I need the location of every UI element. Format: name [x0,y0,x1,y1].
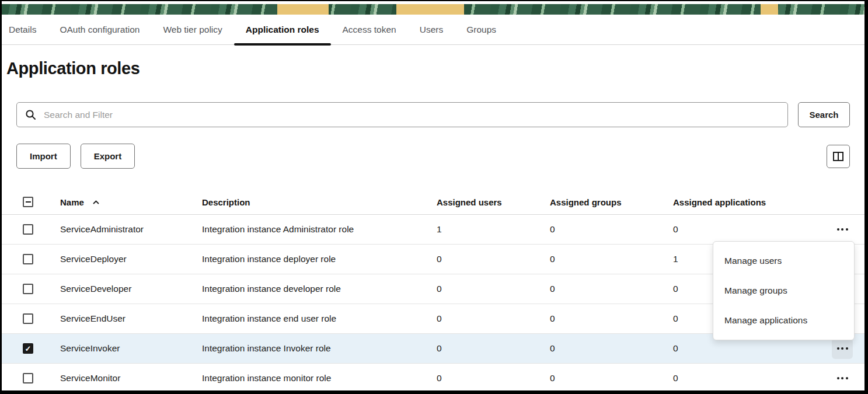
row-checkbox-checked[interactable]: ✓ [23,343,33,354]
import-button[interactable]: Import [16,144,71,169]
role-name: ServiceAdministrator [60,224,202,235]
menu-item-manage-applications[interactable]: Manage applications [713,306,854,335]
row-checkbox[interactable] [23,224,33,235]
role-name: ServiceDeveloper [60,284,202,294]
column-header-assigned-applications: Assigned applications [673,197,820,207]
tab-oauth-configuration[interactable]: OAuth configuration [48,25,151,44]
role-description: Integration instance Invoker role [202,343,437,354]
column-header-description: Description [202,197,437,207]
search-icon [25,109,37,121]
tab-details[interactable]: Details [8,25,48,44]
search-button[interactable]: Search [798,102,850,127]
assigned-users-count: 0 [437,343,550,354]
search-box [16,102,788,127]
assigned-groups-count: 0 [550,224,673,235]
assigned-applications-count: 0 [673,343,820,354]
table-header-row: Name Description Assigned users Assigned… [2,190,864,215]
tab-access-token[interactable]: Access token [331,25,408,44]
tab-groups[interactable]: Groups [455,25,508,44]
tab-users[interactable]: Users [408,25,455,44]
search-section: Search [2,102,864,127]
select-all-checkbox[interactable] [23,197,33,207]
role-description: Integration instance developer role [202,284,437,294]
sort-ascending-icon [92,200,100,205]
assigned-users-count: 0 [437,373,550,383]
select-all-cell [2,197,60,207]
row-actions-ellipsis-icon-active[interactable] [832,338,853,359]
assigned-users-count: 0 [437,313,550,324]
role-name: ServiceMonitor [60,373,202,383]
table-row[interactable]: ServiceMonitor Integration instance moni… [2,364,864,393]
table-row[interactable]: ServiceAdministrator Integration instanc… [2,215,864,245]
row-actions-ellipsis-icon[interactable] [832,368,853,389]
tab-web-tier-policy[interactable]: Web tier policy [151,25,233,44]
menu-item-manage-users[interactable]: Manage users [713,246,854,276]
role-description: Integration instance deployer role [202,254,437,264]
column-header-name[interactable]: Name [60,197,202,207]
assigned-groups-count: 0 [550,373,673,383]
assigned-groups-count: 0 [550,343,673,354]
role-name: ServiceDeployer [60,254,202,264]
row-checkbox[interactable] [23,313,33,324]
tab-application-roles[interactable]: Application roles [234,25,331,44]
active-tab-underline [234,43,331,46]
assigned-applications-count: 0 [673,224,820,235]
assigned-users-count: 1 [437,224,550,235]
role-description: Integration instance Administrator role [202,224,437,235]
menu-item-manage-groups[interactable]: Manage groups [713,276,854,305]
assigned-applications-count: 0 [673,373,820,383]
column-header-assigned-groups: Assigned groups [550,197,673,207]
role-name: ServiceInvoker [60,343,202,354]
column-header-assigned-users: Assigned users [437,197,550,207]
role-description: Integration instance end user role [202,313,437,324]
role-description: Integration instance monitor role [202,373,437,383]
search-input[interactable] [44,110,779,120]
row-checkbox[interactable] [23,284,33,294]
assigned-groups-count: 0 [550,313,673,324]
manage-columns-button[interactable] [827,145,850,168]
decorative-banner [2,4,864,15]
table-toolbar: Import Export [2,144,864,169]
row-checkbox[interactable] [23,373,33,383]
row-actions-context-menu: Manage users Manage groups Manage applic… [713,241,855,340]
table-columns-icon [832,151,844,162]
page-title: Application roles [6,59,864,78]
assigned-users-count: 0 [437,284,550,294]
assigned-users-count: 0 [437,254,550,264]
app-window: Details OAuth configuration Web tier pol… [0,0,868,394]
export-button[interactable]: Export [81,144,135,169]
row-actions-ellipsis-icon[interactable] [832,219,853,240]
row-checkbox[interactable] [23,254,33,264]
tab-bar: Details OAuth configuration Web tier pol… [2,15,864,45]
assigned-groups-count: 0 [550,284,673,294]
assigned-groups-count: 0 [550,254,673,264]
role-name: ServiceEndUser [60,313,202,324]
